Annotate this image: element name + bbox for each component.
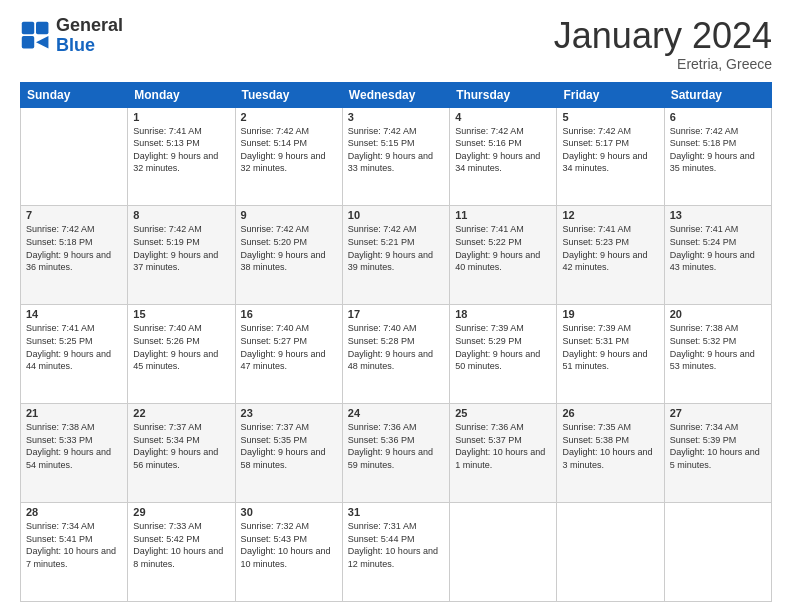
table-cell: 1 Sunrise: 7:41 AM Sunset: 5:13 PM Dayli… bbox=[128, 107, 235, 206]
sunrise-text: Sunrise: 7:40 AM bbox=[348, 322, 444, 335]
daylight-text: Daylight: 9 hours and 59 minutes. bbox=[348, 446, 444, 471]
sunrise-text: Sunrise: 7:40 AM bbox=[241, 322, 337, 335]
day-number: 23 bbox=[241, 407, 337, 419]
day-number: 25 bbox=[455, 407, 551, 419]
col-thursday: Thursday bbox=[450, 82, 557, 107]
day-number: 1 bbox=[133, 111, 229, 123]
table-cell: 19 Sunrise: 7:39 AM Sunset: 5:31 PM Dayl… bbox=[557, 305, 664, 404]
cell-text: Sunrise: 7:37 AM Sunset: 5:35 PM Dayligh… bbox=[241, 421, 337, 471]
sunrise-text: Sunrise: 7:36 AM bbox=[348, 421, 444, 434]
table-cell: 8 Sunrise: 7:42 AM Sunset: 5:19 PM Dayli… bbox=[128, 206, 235, 305]
day-number: 4 bbox=[455, 111, 551, 123]
sunrise-text: Sunrise: 7:38 AM bbox=[26, 421, 122, 434]
sunrise-text: Sunrise: 7:42 AM bbox=[26, 223, 122, 236]
sunset-text: Sunset: 5:15 PM bbox=[348, 137, 444, 150]
day-number: 29 bbox=[133, 506, 229, 518]
table-cell: 22 Sunrise: 7:37 AM Sunset: 5:34 PM Dayl… bbox=[128, 404, 235, 503]
sunset-text: Sunset: 5:14 PM bbox=[241, 137, 337, 150]
sunset-text: Sunset: 5:22 PM bbox=[455, 236, 551, 249]
sunset-text: Sunset: 5:18 PM bbox=[26, 236, 122, 249]
table-cell: 9 Sunrise: 7:42 AM Sunset: 5:20 PM Dayli… bbox=[235, 206, 342, 305]
daylight-text: Daylight: 9 hours and 34 minutes. bbox=[455, 150, 551, 175]
sunset-text: Sunset: 5:20 PM bbox=[241, 236, 337, 249]
daylight-text: Daylight: 9 hours and 44 minutes. bbox=[26, 348, 122, 373]
location: Eretria, Greece bbox=[554, 56, 772, 72]
cell-text: Sunrise: 7:33 AM Sunset: 5:42 PM Dayligh… bbox=[133, 520, 229, 570]
day-number: 13 bbox=[670, 209, 766, 221]
sunrise-text: Sunrise: 7:42 AM bbox=[241, 125, 337, 138]
table-cell: 14 Sunrise: 7:41 AM Sunset: 5:25 PM Dayl… bbox=[21, 305, 128, 404]
sunrise-text: Sunrise: 7:41 AM bbox=[562, 223, 658, 236]
sunrise-text: Sunrise: 7:31 AM bbox=[348, 520, 444, 533]
cell-text: Sunrise: 7:42 AM Sunset: 5:21 PM Dayligh… bbox=[348, 223, 444, 273]
day-number: 27 bbox=[670, 407, 766, 419]
daylight-text: Daylight: 9 hours and 43 minutes. bbox=[670, 249, 766, 274]
col-sunday: Sunday bbox=[21, 82, 128, 107]
cell-text: Sunrise: 7:38 AM Sunset: 5:32 PM Dayligh… bbox=[670, 322, 766, 372]
day-number: 8 bbox=[133, 209, 229, 221]
day-number: 10 bbox=[348, 209, 444, 221]
sunrise-text: Sunrise: 7:38 AM bbox=[670, 322, 766, 335]
day-number: 9 bbox=[241, 209, 337, 221]
table-cell: 23 Sunrise: 7:37 AM Sunset: 5:35 PM Dayl… bbox=[235, 404, 342, 503]
sunrise-text: Sunrise: 7:42 AM bbox=[670, 125, 766, 138]
cell-text: Sunrise: 7:42 AM Sunset: 5:18 PM Dayligh… bbox=[26, 223, 122, 273]
svg-rect-2 bbox=[22, 36, 34, 48]
cell-text: Sunrise: 7:34 AM Sunset: 5:41 PM Dayligh… bbox=[26, 520, 122, 570]
calendar-table: Sunday Monday Tuesday Wednesday Thursday… bbox=[20, 82, 772, 602]
col-monday: Monday bbox=[128, 82, 235, 107]
table-cell: 27 Sunrise: 7:34 AM Sunset: 5:39 PM Dayl… bbox=[664, 404, 771, 503]
sunrise-text: Sunrise: 7:37 AM bbox=[133, 421, 229, 434]
day-number: 6 bbox=[670, 111, 766, 123]
daylight-text: Daylight: 10 hours and 1 minute. bbox=[455, 446, 551, 471]
daylight-text: Daylight: 9 hours and 48 minutes. bbox=[348, 348, 444, 373]
cell-text: Sunrise: 7:41 AM Sunset: 5:13 PM Dayligh… bbox=[133, 125, 229, 175]
table-cell: 2 Sunrise: 7:42 AM Sunset: 5:14 PM Dayli… bbox=[235, 107, 342, 206]
day-number: 12 bbox=[562, 209, 658, 221]
cell-text: Sunrise: 7:41 AM Sunset: 5:24 PM Dayligh… bbox=[670, 223, 766, 273]
day-number: 24 bbox=[348, 407, 444, 419]
title-block: January 2024 Eretria, Greece bbox=[554, 16, 772, 72]
daylight-text: Daylight: 9 hours and 35 minutes. bbox=[670, 150, 766, 175]
month-title: January 2024 bbox=[554, 16, 772, 56]
sunset-text: Sunset: 5:26 PM bbox=[133, 335, 229, 348]
logo-text: General Blue bbox=[56, 16, 123, 56]
sunrise-text: Sunrise: 7:42 AM bbox=[455, 125, 551, 138]
table-cell: 12 Sunrise: 7:41 AM Sunset: 5:23 PM Dayl… bbox=[557, 206, 664, 305]
daylight-text: Daylight: 9 hours and 38 minutes. bbox=[241, 249, 337, 274]
logo-blue: Blue bbox=[56, 36, 123, 56]
cell-text: Sunrise: 7:42 AM Sunset: 5:14 PM Dayligh… bbox=[241, 125, 337, 175]
cell-text: Sunrise: 7:39 AM Sunset: 5:29 PM Dayligh… bbox=[455, 322, 551, 372]
sunset-text: Sunset: 5:38 PM bbox=[562, 434, 658, 447]
sunrise-text: Sunrise: 7:41 AM bbox=[26, 322, 122, 335]
daylight-text: Daylight: 10 hours and 5 minutes. bbox=[670, 446, 766, 471]
sunrise-text: Sunrise: 7:32 AM bbox=[241, 520, 337, 533]
table-cell: 17 Sunrise: 7:40 AM Sunset: 5:28 PM Dayl… bbox=[342, 305, 449, 404]
cell-text: Sunrise: 7:42 AM Sunset: 5:18 PM Dayligh… bbox=[670, 125, 766, 175]
cell-text: Sunrise: 7:41 AM Sunset: 5:23 PM Dayligh… bbox=[562, 223, 658, 273]
sunset-text: Sunset: 5:43 PM bbox=[241, 533, 337, 546]
day-number: 3 bbox=[348, 111, 444, 123]
daylight-text: Daylight: 9 hours and 39 minutes. bbox=[348, 249, 444, 274]
cell-text: Sunrise: 7:35 AM Sunset: 5:38 PM Dayligh… bbox=[562, 421, 658, 471]
table-cell: 13 Sunrise: 7:41 AM Sunset: 5:24 PM Dayl… bbox=[664, 206, 771, 305]
cell-text: Sunrise: 7:37 AM Sunset: 5:34 PM Dayligh… bbox=[133, 421, 229, 471]
sunset-text: Sunset: 5:19 PM bbox=[133, 236, 229, 249]
sunset-text: Sunset: 5:42 PM bbox=[133, 533, 229, 546]
sunrise-text: Sunrise: 7:41 AM bbox=[670, 223, 766, 236]
day-number: 5 bbox=[562, 111, 658, 123]
sunset-text: Sunset: 5:21 PM bbox=[348, 236, 444, 249]
sunrise-text: Sunrise: 7:42 AM bbox=[241, 223, 337, 236]
sunset-text: Sunset: 5:25 PM bbox=[26, 335, 122, 348]
sunrise-text: Sunrise: 7:36 AM bbox=[455, 421, 551, 434]
day-number: 28 bbox=[26, 506, 122, 518]
logo-icon bbox=[20, 20, 52, 52]
day-number: 30 bbox=[241, 506, 337, 518]
day-number: 11 bbox=[455, 209, 551, 221]
col-friday: Friday bbox=[557, 82, 664, 107]
week-row-2: 14 Sunrise: 7:41 AM Sunset: 5:25 PM Dayl… bbox=[21, 305, 772, 404]
table-cell bbox=[21, 107, 128, 206]
cell-text: Sunrise: 7:40 AM Sunset: 5:26 PM Dayligh… bbox=[133, 322, 229, 372]
day-number: 22 bbox=[133, 407, 229, 419]
cell-text: Sunrise: 7:34 AM Sunset: 5:39 PM Dayligh… bbox=[670, 421, 766, 471]
